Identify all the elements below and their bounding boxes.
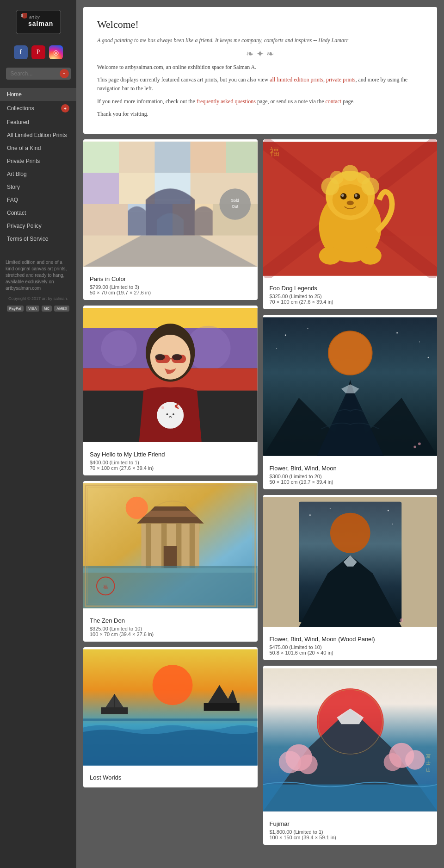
main-content: Welcome! A good painting to me has alway… xyxy=(76,0,444,868)
svg-rect-6 xyxy=(119,142,154,173)
svg-rect-7 xyxy=(154,142,190,173)
svg-rect-55 xyxy=(190,524,195,568)
art-card-lost-worlds[interactable]: Lost Worlds xyxy=(83,647,258,787)
say-hello-info: Say Hello to My Little Friend $400.00 (L… xyxy=(83,446,258,475)
search-button[interactable]: + xyxy=(60,69,69,78)
fujimar-info: Fujimar $1,800.00 (Limited to 1) 100 × 1… xyxy=(263,816,438,845)
sidebar-item-story[interactable]: Story xyxy=(0,181,76,194)
art-card-flower-bird[interactable]: Flower, Bird, Wind, Moon $300.00 (Limite… xyxy=(263,315,438,489)
limited-edition-link[interactable]: all limited edition prints xyxy=(270,76,323,83)
flower-bird-wood-info: Flower, Bird, Wind, Moon (Wood Panel) $4… xyxy=(263,631,438,660)
flower-bird-image xyxy=(263,315,438,460)
svg-rect-69 xyxy=(204,703,240,711)
svg-point-87 xyxy=(346,201,353,206)
art-card-zen-den[interactable]: 福 The Zen Den $325.00 (Limited to 10) 10… xyxy=(83,481,258,642)
art-card-foo-dog[interactable]: 福 Foo Dog Legends $325.00 (Limited to 25… xyxy=(263,139,438,309)
lost-worlds-info: Lost Worlds xyxy=(83,769,258,787)
svg-point-80 xyxy=(330,171,343,184)
svg-text:art by: art by xyxy=(29,15,40,19)
svg-point-44 xyxy=(173,413,174,415)
welcome-quote: A good painting to me has always been li… xyxy=(97,36,423,44)
foo-dog-price: $325.00 (Limited to 25) xyxy=(270,293,431,299)
foo-dog-title: Foo Dog Legends xyxy=(270,285,431,292)
svg-point-120 xyxy=(278,751,301,773)
sidebar: S art by salman f P ◎ + Home Collections… xyxy=(0,0,76,868)
svg-text:山: 山 xyxy=(426,767,431,772)
svg-rect-9 xyxy=(226,142,258,173)
paris-dimensions: 50 × 70 cm (19.7 × 27.6 in) xyxy=(90,290,251,295)
sidebar-item-all-limited[interactable]: All Limited Edition Prints xyxy=(0,129,76,142)
sidebar-footer: Limited edition and one of a kind origin… xyxy=(0,259,76,292)
sidebar-item-faq[interactable]: FAQ xyxy=(0,194,76,206)
svg-point-41 xyxy=(161,406,164,409)
facebook-icon[interactable]: f xyxy=(14,45,28,59)
site-logo[interactable]: S art by salman xyxy=(13,7,64,37)
sidebar-item-featured[interactable]: Featured xyxy=(0,116,76,129)
sidebar-item-art-blog[interactable]: Art Blog xyxy=(0,168,76,181)
lost-worlds-image xyxy=(83,647,258,769)
sidebar-item-terms[interactable]: Terms of Service xyxy=(0,232,76,245)
sidebar-item-privacy[interactable]: Privacy Policy xyxy=(0,219,76,232)
art-card-flower-bird-wood[interactable]: Flower, Bird, Wind, Moon (Wood Panel) $4… xyxy=(263,495,438,660)
contact-link[interactable]: contact xyxy=(326,98,342,105)
svg-point-82 xyxy=(342,165,358,181)
svg-point-107 xyxy=(330,513,370,553)
sidebar-item-collections[interactable]: Collections + xyxy=(0,101,76,116)
zen-den-price: $325.00 (Limited to 10) xyxy=(90,626,251,631)
flower-bird-info: Flower, Bird, Wind, Moon $300.00 (Limite… xyxy=(263,460,438,489)
svg-rect-19 xyxy=(195,211,213,235)
flower-bird-title: Flower, Bird, Wind, Moon xyxy=(270,465,431,472)
zen-den-info: The Zen Den $325.00 (Limited to 10) 100 … xyxy=(83,612,258,642)
fujimar-price: $1,800.00 (Limited to 1) xyxy=(270,829,431,835)
faq-link[interactable]: frequently asked questions xyxy=(197,98,256,105)
svg-point-86 xyxy=(354,194,357,197)
payment-icons: PayPal VISA MC AMEX xyxy=(1,306,75,312)
foo-dog-dimensions: 70 × 100 cm (27.6 × 39.4 in) xyxy=(270,299,431,305)
welcome-title: Welcome! xyxy=(97,19,423,31)
art-card-say-hello[interactable]: Say Hello to My Little Friend $400.00 (L… xyxy=(83,306,258,475)
say-hello-image xyxy=(83,306,258,446)
paris-price: $799.00 (Limited to 3) xyxy=(90,284,251,290)
svg-point-37 xyxy=(172,354,182,361)
svg-point-110 xyxy=(309,514,310,516)
svg-text:福: 福 xyxy=(103,584,108,589)
welcome-card: Welcome! A good painting to me has alway… xyxy=(83,7,437,134)
private-prints-link[interactable]: private prints xyxy=(326,76,356,83)
svg-rect-5 xyxy=(83,142,119,173)
pinterest-icon[interactable]: P xyxy=(31,45,45,59)
visa-icon: VISA xyxy=(26,306,39,312)
say-hello-dimensions: 70 × 100 cm (27.6 × 39.4 in) xyxy=(90,465,251,471)
svg-rect-10 xyxy=(83,173,119,204)
paypal-icon: PayPal xyxy=(7,306,24,312)
svg-point-121 xyxy=(298,755,317,774)
copyright: Copyright © 2017 art by salman. xyxy=(3,296,74,301)
svg-marker-48 xyxy=(137,517,204,523)
art-card-fujimar[interactable]: 冨 士 山 Fujimar $1,800.00 (Limited to 1) 1… xyxy=(263,666,438,845)
svg-point-39 xyxy=(160,405,169,413)
sidebar-item-private-prints[interactable]: Private Prints xyxy=(0,155,76,168)
svg-rect-66 xyxy=(101,707,128,714)
search-area: + xyxy=(6,68,71,80)
svg-point-99 xyxy=(396,332,398,334)
amex-icon: AMEX xyxy=(54,306,69,312)
foo-dog-info: Foo Dog Legends $325.00 (Limited to 25) … xyxy=(263,280,438,309)
sidebar-item-one-of-a-kind[interactable]: One of a Kind xyxy=(0,142,76,155)
svg-point-113 xyxy=(392,524,393,525)
svg-text:S: S xyxy=(21,14,23,17)
svg-rect-125 xyxy=(263,784,438,811)
divider-ornament: ❧ ✦ ❧ xyxy=(97,48,423,59)
svg-text:salman: salman xyxy=(28,20,53,27)
flower-bird-wood-image xyxy=(263,495,438,631)
svg-text:Out: Out xyxy=(232,204,239,209)
svg-rect-56 xyxy=(164,546,177,568)
svg-rect-18 xyxy=(128,211,146,235)
svg-point-93 xyxy=(328,331,371,375)
zen-den-image: 福 xyxy=(83,481,258,612)
svg-point-114 xyxy=(400,618,403,622)
instagram-icon[interactable]: ◎ xyxy=(49,45,63,59)
svg-rect-65 xyxy=(83,718,258,721)
sidebar-item-contact[interactable]: Contact xyxy=(0,206,76,219)
art-layout: Sold Out Paris in Color $799.00 (Limited… xyxy=(83,139,437,845)
art-card-paris[interactable]: Sold Out Paris in Color $799.00 (Limited… xyxy=(83,139,258,300)
sidebar-item-home[interactable]: Home xyxy=(0,88,76,101)
